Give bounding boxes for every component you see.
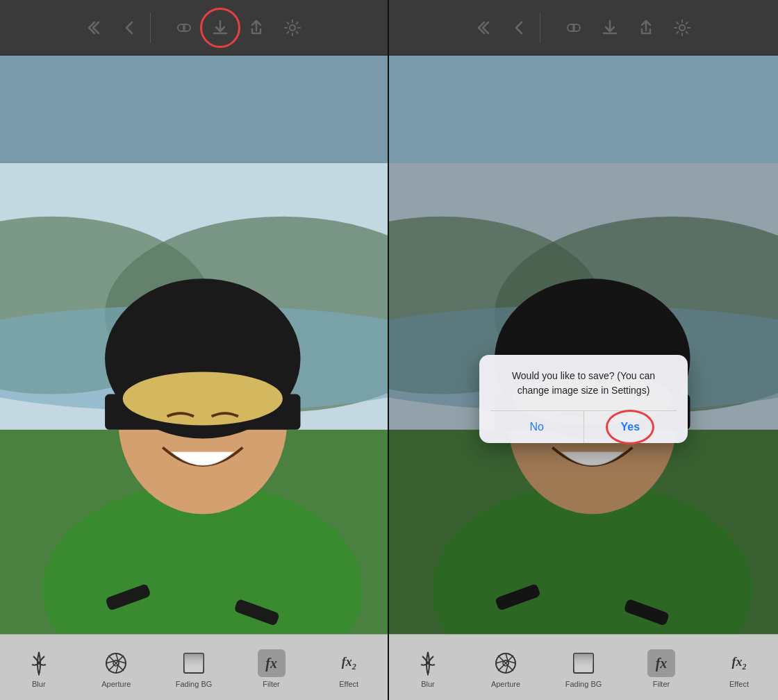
right-panel: Would you like to save? (You can change … (389, 0, 778, 700)
save-dialog-overlay: Would you like to save? (You can change … (389, 163, 778, 634)
right-preview-top (389, 56, 778, 163)
right-fading-bg-icon (570, 649, 597, 677)
settings-btn[interactable] (277, 12, 308, 43)
right-filter-icon: fx (647, 649, 675, 677)
right-bottom-toolbar: Blur Aperture (389, 634, 778, 700)
save-dialog: Would you like to save? (You can change … (479, 355, 688, 443)
right-record-btn[interactable] (558, 12, 589, 43)
right-tool-fading-bg[interactable]: Fading BG (545, 649, 622, 688)
left-panel: Blur Aperture (0, 0, 389, 700)
right-back-single-btn[interactable] (504, 12, 534, 43)
aperture-label: Aperture (101, 680, 131, 688)
tool-filter[interactable]: fx Filter (233, 649, 311, 688)
filter-icon: fx (258, 649, 285, 677)
right-tool-blur[interactable]: Blur (389, 649, 467, 688)
right-share-btn[interactable] (631, 12, 661, 43)
right-effect-label: Effect (729, 680, 749, 688)
tool-effect[interactable]: fx2 Effect (310, 649, 388, 688)
dialog-no-button[interactable]: No (490, 411, 584, 443)
right-filter-label: Filter (653, 680, 670, 688)
right-toolbar (389, 0, 778, 56)
right-effect-icon: fx2 (725, 649, 753, 677)
right-action-group (558, 12, 697, 43)
tool-aperture[interactable]: Aperture (78, 649, 156, 688)
right-blur-icon (414, 649, 442, 677)
dialog-buttons: No Yes (490, 410, 677, 443)
svg-rect-19 (184, 653, 204, 673)
download-btn[interactable] (205, 12, 235, 43)
svg-point-2 (290, 25, 295, 31)
blur-icon (25, 649, 53, 677)
right-download-btn[interactable] (595, 12, 625, 43)
right-settings-btn[interactable] (667, 12, 697, 43)
left-toolbar (0, 0, 388, 56)
right-back-double-btn[interactable] (470, 12, 501, 43)
fading-bg-icon (180, 649, 208, 677)
tool-blur[interactable]: Blur (0, 649, 78, 688)
back-single-btn[interactable] (114, 12, 144, 43)
record-btn[interactable] (169, 12, 199, 43)
effect-icon: fx2 (335, 649, 363, 677)
dialog-yes-button[interactable]: Yes (584, 411, 677, 443)
svg-point-22 (679, 25, 685, 31)
share-btn[interactable] (241, 12, 272, 43)
svg-point-13 (123, 372, 283, 426)
right-tool-effect[interactable]: fx2 Effect (700, 649, 778, 688)
left-photo-area (0, 163, 388, 634)
left-nav-group (81, 12, 151, 43)
right-fading-bg-label: Fading BG (565, 680, 602, 688)
dialog-message: Would you like to save? (You can change … (490, 369, 677, 398)
right-tool-filter[interactable]: fx Filter (622, 649, 700, 688)
effect-label: Effect (339, 680, 358, 688)
left-bottom-toolbar: Blur Aperture (0, 634, 388, 700)
right-blur-label: Blur (421, 680, 435, 688)
back-double-btn[interactable] (81, 12, 111, 43)
right-action-group (169, 12, 308, 43)
right-aperture-label: Aperture (491, 680, 520, 688)
fading-bg-label: Fading BG (176, 680, 213, 688)
right-nav-group (470, 12, 540, 43)
svg-rect-39 (574, 653, 593, 673)
right-aperture-icon (492, 649, 520, 677)
filter-label: Filter (263, 680, 279, 688)
right-photo-area: Would you like to save? (You can change … (389, 163, 778, 634)
aperture-icon (102, 649, 130, 677)
tool-fading-bg[interactable]: Fading BG (155, 649, 233, 688)
right-tool-aperture[interactable]: Aperture (467, 649, 545, 688)
left-preview-top (0, 56, 388, 163)
blur-label: Blur (32, 680, 46, 688)
